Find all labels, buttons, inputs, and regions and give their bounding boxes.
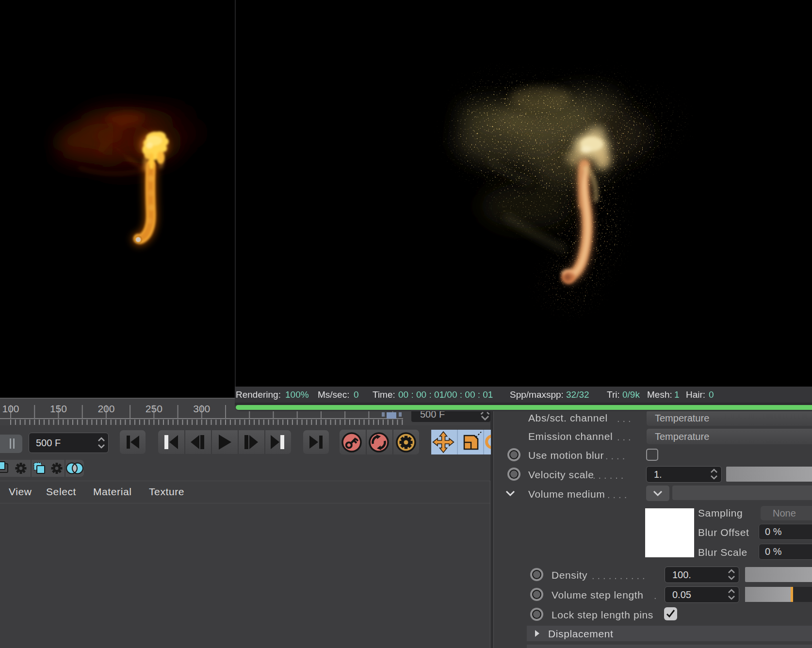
- svg-text:100: 100: [2, 403, 19, 414]
- svg-text:300: 300: [193, 403, 210, 414]
- svg-text:150: 150: [50, 403, 67, 414]
- svg-text:200: 200: [97, 403, 114, 414]
- svg-text:250: 250: [146, 403, 162, 414]
